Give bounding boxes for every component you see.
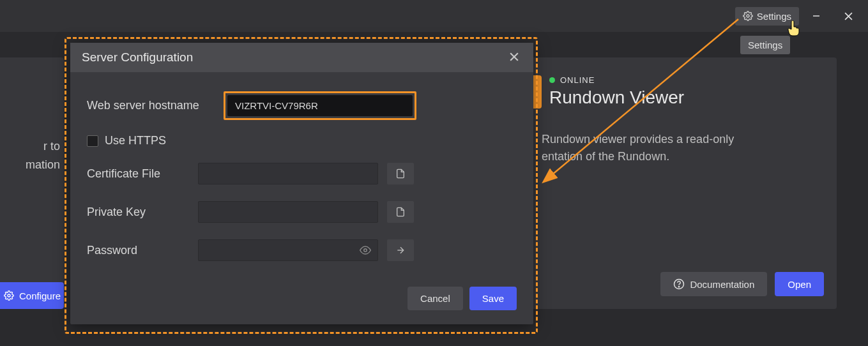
status-row: ONLINE [542, 75, 821, 85]
cancel-label: Cancel [420, 293, 450, 304]
password-submit-button[interactable] [387, 239, 414, 261]
private-key-row: Private Key [87, 201, 517, 223]
hostname-input[interactable] [227, 95, 413, 116]
dialog-body: Web server hostname Use HTTPS Certificat… [70, 72, 533, 324]
svg-point-6 [679, 287, 680, 287]
cancel-button[interactable]: Cancel [407, 287, 463, 310]
open-button[interactable]: Open [775, 272, 824, 296]
svg-point-4 [8, 294, 10, 297]
file-icon [395, 207, 406, 217]
hostname-row: Web server hostname [87, 91, 517, 120]
eye-icon[interactable] [360, 244, 371, 256]
server-configuration-dialog: Server Configuration Web server hostname… [70, 43, 533, 324]
card-title: Rundown Viewer [549, 87, 821, 108]
save-label: Save [482, 293, 504, 304]
gear-icon [743, 11, 753, 21]
hostname-label: Web server hostname [87, 99, 215, 112]
use-https-row: Use HTTPS [87, 134, 517, 147]
status-dot-icon [549, 77, 555, 83]
card-description: Rundown viewer provides a read-only enta… [542, 131, 821, 165]
certificate-browse-button[interactable] [387, 163, 414, 184]
open-label: Open [788, 279, 811, 290]
rundown-viewer-card: ONLINE Rundown Viewer Rundown viewer pro… [524, 57, 837, 309]
titlebar: Settings [0, 0, 868, 32]
left-card-partial: r to mation Configure [0, 57, 64, 309]
dialog-header: Server Configuration [70, 43, 533, 72]
card-actions: Documentation Open [660, 272, 824, 296]
certificate-row: Certificate File [87, 163, 517, 184]
close-icon [510, 52, 519, 61]
svg-point-0 [747, 15, 749, 17]
close-window-button[interactable] [834, 6, 863, 26]
settings-tooltip: Settings [740, 36, 790, 54]
documentation-label: Documentation [690, 279, 754, 290]
minimize-button[interactable] [802, 6, 831, 26]
hostname-highlight [224, 91, 416, 120]
dialog-close-button[interactable] [506, 51, 522, 64]
save-button[interactable]: Save [469, 287, 517, 310]
settings-button-label: Settings [757, 11, 791, 22]
private-key-input[interactable] [198, 201, 378, 223]
private-key-label: Private Key [87, 206, 189, 219]
dialog-actions: Cancel Save [87, 287, 517, 310]
tooltip-text: Settings [748, 40, 782, 50]
gear-icon [4, 290, 14, 301]
dialog-title: Server Configuration [82, 50, 193, 64]
use-https-label: Use HTTPS [105, 134, 166, 147]
left-card-text: r to mation [26, 137, 60, 174]
password-input[interactable] [198, 239, 378, 261]
password-row: Password [87, 239, 517, 261]
private-key-browse-button[interactable] [387, 201, 414, 223]
help-icon [673, 278, 685, 290]
certificate-label: Certificate File [87, 167, 189, 181]
status-text: ONLINE [560, 75, 595, 85]
left-card-line1: r to [26, 137, 60, 156]
certificate-input[interactable] [198, 163, 378, 184]
configure-button[interactable]: Configure [0, 282, 64, 309]
minimize-icon [812, 12, 820, 20]
close-icon [844, 12, 853, 20]
configure-label: Configure [19, 290, 61, 301]
settings-button[interactable]: Settings [735, 7, 799, 26]
documentation-button[interactable]: Documentation [660, 272, 767, 296]
arrow-right-icon [395, 245, 406, 255]
use-https-checkbox[interactable] [87, 135, 98, 147]
password-label: Password [87, 244, 189, 257]
file-icon [395, 169, 406, 179]
left-card-line2: mation [26, 156, 60, 174]
svg-point-9 [364, 249, 367, 252]
